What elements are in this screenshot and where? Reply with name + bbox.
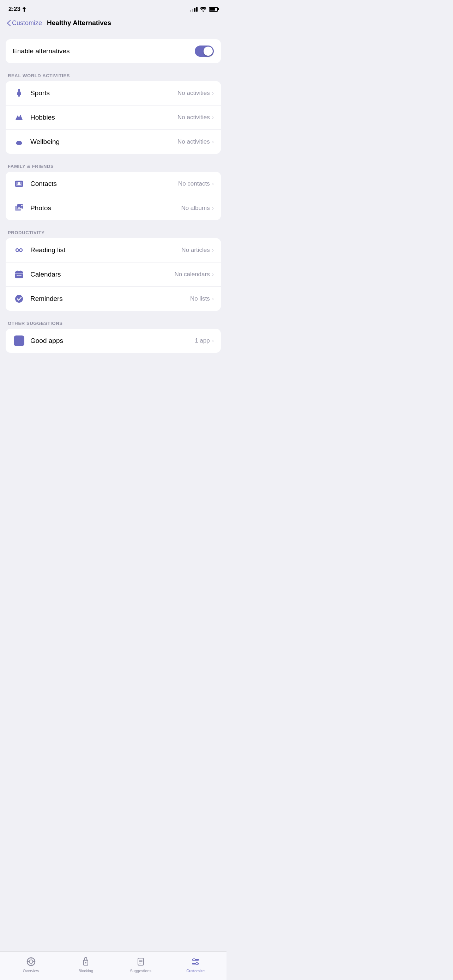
enable-toggle-row: Enable alternatives bbox=[6, 39, 221, 63]
row-calendars[interactable]: Calendars No calendars › bbox=[6, 262, 221, 287]
svg-point-5 bbox=[17, 141, 19, 142]
row-contacts[interactable]: Contacts No contacts › bbox=[6, 172, 221, 196]
enable-toggle-switch[interactable] bbox=[195, 46, 214, 57]
hobbies-icon bbox=[13, 111, 25, 124]
contacts-icon bbox=[13, 177, 25, 190]
calendars-icon bbox=[13, 268, 25, 281]
sports-icon bbox=[13, 87, 25, 99]
row-sports[interactable]: Sports No activities › bbox=[6, 81, 221, 105]
section-other: OTHER SUGGESTIONS Good apps 1 app › bbox=[6, 321, 221, 353]
photos-chevron: › bbox=[212, 205, 214, 211]
status-bar: 2:23 bbox=[0, 0, 227, 17]
calendars-value: No calendars bbox=[175, 271, 210, 278]
svg-rect-21 bbox=[20, 275, 22, 276]
section-family-friends: FAMILY & FRIENDS Contacts No contacts › bbox=[6, 164, 221, 220]
svg-point-0 bbox=[18, 89, 20, 91]
wellbeing-label: Wellbeing bbox=[30, 138, 178, 146]
good-apps-icon bbox=[13, 334, 25, 347]
svg-point-10 bbox=[18, 182, 20, 184]
nav-header: Customize Healthy Alternatives bbox=[0, 17, 227, 32]
location-icon bbox=[22, 7, 26, 12]
page-title: Healthy Alternatives bbox=[47, 19, 111, 27]
reminders-value: No lists bbox=[190, 295, 210, 302]
good-apps-label: Good apps bbox=[30, 337, 195, 345]
enable-alternatives-card: Enable alternatives bbox=[6, 39, 221, 63]
row-photos[interactable]: Photos No albums › bbox=[6, 196, 221, 220]
family-card: Contacts No contacts › Photos No albums … bbox=[6, 172, 221, 220]
svg-point-6 bbox=[20, 141, 22, 142]
svg-rect-22 bbox=[17, 270, 18, 272]
svg-rect-23 bbox=[20, 270, 21, 272]
row-wellbeing[interactable]: Wellbeing No activities › bbox=[6, 130, 221, 154]
contacts-value: No contacts bbox=[178, 180, 210, 187]
section-productivity: PRODUCTIVITY Reading list No articles › bbox=[6, 230, 221, 311]
row-hobbies[interactable]: Hobbies No activities › bbox=[6, 105, 221, 130]
svg-rect-2 bbox=[16, 119, 22, 120]
calendars-label: Calendars bbox=[30, 270, 175, 278]
good-apps-chevron: › bbox=[212, 337, 214, 344]
back-chevron-icon bbox=[7, 20, 11, 26]
svg-point-24 bbox=[15, 295, 23, 303]
enable-toggle-label: Enable alternatives bbox=[13, 47, 70, 55]
wellbeing-chevron: › bbox=[212, 138, 214, 145]
sports-value: No activities bbox=[178, 90, 210, 97]
back-button[interactable]: Customize bbox=[7, 19, 42, 27]
status-time: 2:23 bbox=[8, 6, 26, 13]
photos-icon bbox=[13, 202, 25, 215]
reading-list-label: Reading list bbox=[30, 246, 181, 254]
contacts-chevron: › bbox=[212, 181, 214, 187]
photos-value: No albums bbox=[181, 205, 210, 212]
row-good-apps[interactable]: Good apps 1 app › bbox=[6, 329, 221, 353]
back-label: Customize bbox=[12, 19, 42, 27]
reminders-chevron: › bbox=[212, 296, 214, 302]
section-header-family: FAMILY & FRIENDS bbox=[6, 164, 221, 172]
svg-rect-20 bbox=[18, 275, 20, 276]
reading-list-value: No articles bbox=[181, 247, 210, 254]
svg-rect-19 bbox=[17, 275, 18, 276]
contacts-label: Contacts bbox=[30, 180, 178, 188]
row-reading-list[interactable]: Reading list No articles › bbox=[6, 238, 221, 262]
wifi-icon bbox=[200, 7, 207, 12]
row-reminders[interactable]: Reminders No lists › bbox=[6, 287, 221, 311]
good-apps-value: 1 app bbox=[195, 337, 210, 344]
sports-label: Sports bbox=[30, 89, 178, 97]
svg-point-14 bbox=[16, 249, 19, 251]
signal-icon bbox=[190, 7, 197, 12]
svg-point-15 bbox=[19, 249, 22, 251]
toggle-knob bbox=[203, 46, 213, 56]
reading-list-icon bbox=[13, 244, 25, 256]
hobbies-label: Hobbies bbox=[30, 114, 178, 121]
section-header-productivity: PRODUCTIVITY bbox=[6, 230, 221, 238]
wellbeing-value: No activities bbox=[178, 138, 210, 145]
sports-chevron: › bbox=[212, 90, 214, 96]
hobbies-chevron: › bbox=[212, 114, 214, 121]
section-header-real-world: REAL WORLD ACTIVITIES bbox=[6, 73, 221, 81]
real-world-card: Sports No activities › Hobbies No activi… bbox=[6, 81, 221, 154]
photos-label: Photos bbox=[30, 204, 181, 212]
other-card: Good apps 1 app › bbox=[6, 329, 221, 353]
hobbies-value: No activities bbox=[178, 114, 210, 121]
wellbeing-icon bbox=[13, 135, 25, 148]
battery-icon bbox=[209, 7, 218, 12]
section-real-world: REAL WORLD ACTIVITIES Sports No activiti… bbox=[6, 73, 221, 154]
section-header-other: OTHER SUGGESTIONS bbox=[6, 321, 221, 329]
reminders-label: Reminders bbox=[30, 295, 190, 303]
svg-rect-18 bbox=[15, 273, 23, 274]
reminders-icon bbox=[13, 293, 25, 305]
reading-list-chevron: › bbox=[212, 247, 214, 253]
svg-point-13 bbox=[21, 205, 22, 206]
status-icons bbox=[190, 7, 218, 12]
calendars-chevron: › bbox=[212, 271, 214, 278]
productivity-card: Reading list No articles › bbox=[6, 238, 221, 311]
main-content: Enable alternatives REAL WORLD ACTIVITIE… bbox=[0, 32, 227, 405]
good-apps-square-icon bbox=[14, 336, 24, 346]
